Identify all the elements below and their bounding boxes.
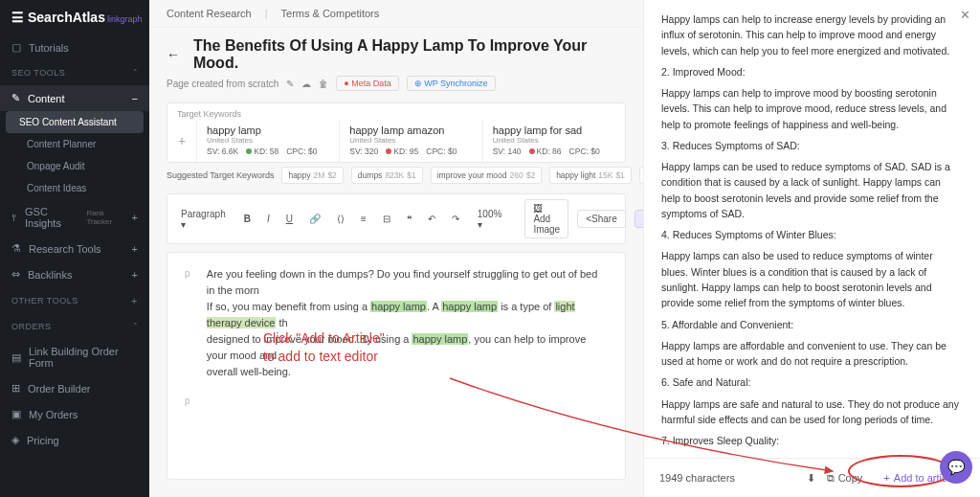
logo[interactable]: ☰ SearchAtlaslinkgraph: [0, 0, 149, 34]
nav-header-orders[interactable]: ORDERS˄: [0, 314, 149, 339]
char-count: 1949 characters: [659, 472, 735, 484]
nav-link-building[interactable]: ▤Link Building Order Form: [0, 339, 149, 375]
panel-body[interactable]: Happy lamps can help to increase energy …: [644, 0, 980, 458]
breadcrumb-item[interactable]: Content Research: [167, 8, 252, 19]
nav-onpage-audit[interactable]: Onpage Audit: [0, 155, 149, 177]
undo-button[interactable]: ↶: [424, 212, 439, 226]
quote-button[interactable]: ❝: [403, 212, 415, 226]
keyword-card[interactable]: happy lamp amazon United States SV: 320K…: [339, 119, 481, 162]
orders-icon: ▣: [11, 408, 21, 420]
form-icon: ▤: [11, 351, 21, 364]
pencil-icon: ✎: [11, 92, 20, 104]
keyword-card[interactable]: happy lamp United States SV: 6.6KKD: 58C…: [196, 119, 339, 162]
add-keyword-button[interactable]: +: [167, 119, 196, 162]
list-ol-button[interactable]: ⊟: [379, 212, 394, 226]
trash-icon[interactable]: 🗑: [319, 79, 328, 89]
underline-button[interactable]: U: [282, 212, 297, 226]
nav-my-orders[interactable]: ▣My Orders: [0, 401, 149, 427]
plus-icon: +: [132, 212, 138, 223]
suggested-pill[interactable]: dumps823K$1: [351, 167, 423, 184]
minus-icon: −: [132, 93, 138, 104]
add-image-button[interactable]: 🖼 Add Image: [524, 199, 568, 238]
edit-icon[interactable]: ✎: [286, 79, 294, 89]
chevron-up-icon: ˄: [133, 322, 139, 331]
paragraph-select[interactable]: Paragraph ▾: [175, 207, 232, 232]
zoom-select[interactable]: 100% ▾: [472, 207, 508, 232]
plus-icon: +: [131, 295, 138, 306]
redo-button[interactable]: ↷: [448, 212, 463, 226]
ai-panel: ✕ Happy lamps can help to increase energ…: [643, 0, 980, 497]
editor-toolbar: Paragraph ▾ B I U 🔗 ⟨⟩ ≡ ⊟ ❝ ↶ ↷ 100% ▾ …: [167, 193, 626, 244]
annotation-callout: Click "Add to Article" to add to text ed…: [263, 329, 385, 366]
breadcrumb-item[interactable]: Terms & Competitors: [281, 8, 380, 19]
close-panel-button[interactable]: ✕: [960, 8, 970, 22]
page-subtitle: Page created from scratch: [167, 79, 278, 89]
nav-order-builder[interactable]: ⊞Order Builder: [0, 375, 149, 401]
bold-button[interactable]: B: [240, 212, 255, 226]
nav-backlinks[interactable]: ⇔Backlinks+: [0, 261, 149, 287]
link-button[interactable]: 🔗: [305, 212, 324, 226]
chat-fab[interactable]: 💬: [940, 451, 972, 484]
nav-content-planner[interactable]: Content Planner: [0, 133, 149, 155]
builder-icon: ⊞: [11, 382, 20, 395]
plus-icon: +: [132, 243, 138, 255]
nav-research[interactable]: ⚗Research Tools+: [0, 236, 149, 261]
list-ul-button[interactable]: ≡: [357, 212, 370, 226]
keyword-card[interactable]: happy lamp for sad United States SV: 140…: [482, 119, 625, 162]
target-keywords-block: Target Keywords + happy lamp United Stat…: [167, 102, 626, 163]
suggested-pill[interactable]: happy2M$2: [281, 167, 343, 184]
para-tag: p: [185, 266, 193, 380]
back-button[interactable]: ←: [167, 47, 180, 62]
suggested-label: Suggested Target Keywords: [167, 170, 274, 180]
nav-gsc[interactable]: ⫯GSC InsightsRank Tracker+: [0, 199, 149, 236]
cloud-icon[interactable]: ☁: [301, 79, 311, 89]
share-button[interactable]: <Share: [577, 210, 626, 228]
tag-icon: ◈: [11, 434, 19, 446]
main-content: Content Research | Terms & Competitors ←…: [149, 0, 643, 497]
italic-button[interactable]: I: [263, 212, 274, 226]
suggested-pill[interactable]: improve your mood260$2: [431, 167, 542, 184]
nav-pricing[interactable]: ◈Pricing: [0, 427, 149, 453]
nav-seo-content-assistant[interactable]: SEO Content Assistant: [6, 111, 144, 133]
copy-button[interactable]: ⧉ Copy: [827, 472, 863, 485]
suggested-pill[interactable]: happy light15K$1: [549, 167, 632, 184]
chevron-up-icon: ˄: [133, 68, 139, 78]
nav-header-seo[interactable]: SEO TOOLS˄: [0, 60, 149, 85]
flask-icon: ⚗: [11, 242, 21, 255]
suggested-keywords-row: Suggested Target Keywords happy2M$2 dump…: [149, 163, 643, 188]
page-title: ← The Benefits Of Using A Happy Lamp To …: [167, 37, 626, 72]
target-keywords-label: Target Keywords: [167, 103, 625, 119]
sidebar: ☰ SearchAtlaslinkgraph ▢Tutorials SEO TO…: [0, 0, 149, 497]
link-icon: ⇔: [11, 268, 20, 281]
wp-sync-badge[interactable]: ⊕ WP Synchronize: [407, 76, 496, 91]
nav-tutorials[interactable]: ▢Tutorials: [0, 34, 149, 60]
chart-icon: ⫯: [11, 212, 17, 223]
download-icon[interactable]: ⬇: [807, 472, 815, 485]
book-icon: ▢: [11, 41, 21, 54]
nav-content-ideas[interactable]: Content Ideas: [0, 177, 149, 199]
breadcrumb: Content Research | Terms & Competitors: [149, 0, 643, 28]
panel-footer: 1949 characters ⬇ ⧉ Copy + Add to articl…: [644, 458, 980, 497]
nav-header-other[interactable]: OTHER TOOLS+: [0, 287, 149, 314]
text-editor[interactable]: p Are you feeling down in the dumps? Do …: [167, 252, 626, 480]
nav-content[interactable]: ✎Content−: [0, 85, 149, 111]
para-tag: p: [185, 394, 194, 409]
meta-data-badge[interactable]: ● Meta Data: [336, 76, 398, 91]
plus-icon: +: [132, 269, 138, 281]
code-button[interactable]: ⟨⟩: [333, 212, 348, 226]
menu-icon: ☰: [11, 10, 24, 25]
